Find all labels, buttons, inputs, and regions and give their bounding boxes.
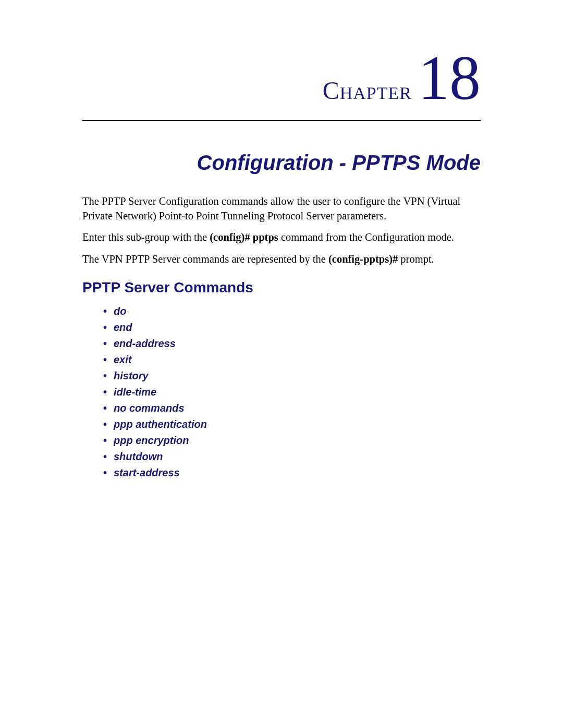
command-item: start-address: [103, 465, 481, 481]
command-item: end: [103, 319, 481, 336]
command-item: no commands: [103, 400, 481, 416]
page-container: Chapter 18 Configuration - PPTPS Mode Th…: [0, 0, 563, 481]
command-item: idle-time: [103, 384, 481, 400]
command-item: shutdown: [103, 449, 481, 465]
command-item: end-address: [103, 336, 481, 352]
command-item: ppp authentication: [103, 416, 481, 433]
intro-paragraph-2: Enter this sub-group with the (config)# …: [82, 230, 481, 245]
command-item: exit: [103, 352, 481, 368]
chapter-header: Chapter 18: [82, 47, 481, 109]
page-title: Configuration - PPTPS Mode: [82, 151, 481, 175]
p3-post: prompt.: [398, 253, 434, 265]
p3-pre: The VPN PPTP Server commands are represe…: [82, 253, 328, 265]
command-item: ppp encryption: [103, 433, 481, 449]
command-item: do: [103, 303, 481, 319]
p2-pre: Enter this sub-group with the: [82, 231, 210, 243]
p3-bold: (config-pptps)#: [328, 253, 398, 265]
chapter-number: 18: [418, 47, 481, 109]
divider: [82, 120, 481, 121]
p2-post: command from the Configuration mode.: [278, 231, 454, 243]
intro-paragraph-3: The VPN PPTP Server commands are represe…: [82, 252, 481, 267]
command-item: history: [103, 368, 481, 384]
intro-paragraph-1: The PPTP Server Configuration commands a…: [82, 194, 481, 223]
section-heading: PPTP Server Commands: [82, 279, 481, 296]
p2-bold: (config)# pptps: [210, 231, 278, 243]
command-list: do end end-address exit history idle-tim…: [82, 303, 481, 481]
chapter-label: Chapter: [323, 76, 412, 105]
